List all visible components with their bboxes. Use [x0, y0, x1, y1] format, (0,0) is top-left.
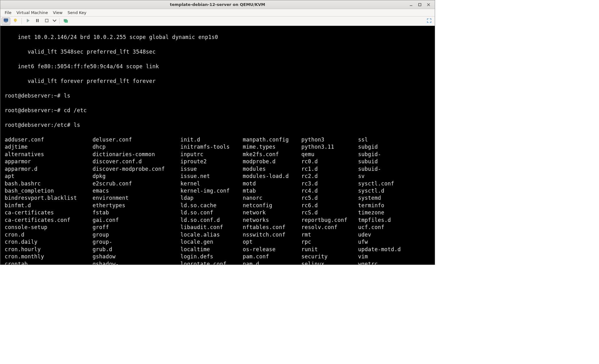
ls-entry: reportbug.conf: [301, 217, 358, 224]
ls-entry: pam.conf: [243, 253, 301, 260]
snapshots-button[interactable]: [61, 17, 70, 25]
ls-entry: discover-modprobe.conf: [93, 165, 180, 173]
ls-entry: terminfo: [358, 202, 414, 209]
terminal-line: root@debserver:/etc# ls: [5, 122, 435, 129]
ls-entry: alternatives: [5, 151, 93, 158]
maximize-button[interactable]: [417, 2, 422, 7]
ls-entry: group-: [93, 238, 180, 246]
console-button[interactable]: [2, 17, 10, 25]
ls-entry: rc2.d: [301, 173, 358, 180]
ls-entry: init.d: [180, 136, 243, 143]
ls-entry: cron.d: [5, 231, 93, 238]
ls-entry: sysctl.d: [358, 187, 414, 194]
shutdown-button[interactable]: [42, 17, 51, 25]
svg-rect-5: [15, 21, 16, 22]
window-controls: [409, 0, 434, 9]
menu-file[interactable]: File: [2, 10, 14, 16]
terminal-line: inet 10.0.2.146/24 brd 10.0.2.255 scope …: [5, 34, 435, 41]
ls-entry: apt: [5, 173, 93, 180]
run-button[interactable]: [24, 17, 32, 25]
ls-entry: security: [301, 253, 358, 260]
virt-viewer-window: template-debian-12-server on QEMU/KVM Fi…: [0, 0, 435, 265]
ls-entry: cron.daily: [5, 238, 93, 246]
guest-terminal[interactable]: inet 10.0.2.146/24 brd 10.0.2.255 scope …: [0, 26, 435, 265]
ls-entry: sysctl.conf: [358, 180, 414, 187]
ls-entry: python3.11: [301, 143, 358, 151]
ls-entry: environment: [93, 194, 180, 202]
ls-entry: vim: [358, 253, 414, 260]
ls-entry: os-release: [243, 246, 301, 253]
ls-entry: ldap: [180, 194, 243, 202]
ls-entry: ufw: [358, 238, 414, 246]
ls-entry: grub.d: [93, 246, 180, 253]
ls-entry: ucf.conf: [358, 224, 414, 231]
pause-icon: [35, 18, 40, 24]
ls-entry: rc0.d: [301, 158, 358, 165]
ls-entry: kernel: [180, 180, 243, 187]
minimize-button[interactable]: [409, 2, 414, 7]
ls-entry: rc1.d: [301, 165, 358, 173]
ls-entry: inputrc: [180, 151, 243, 158]
ls-entry: libaudit.conf: [180, 224, 243, 231]
ls-entry: iproute2: [180, 158, 243, 165]
ls-entry: rc6.d: [301, 202, 358, 209]
ls-entry: apparmor: [5, 158, 93, 165]
ls-entry: crontab: [5, 261, 93, 265]
ls-entry: motd: [243, 180, 301, 187]
terminal-line: inet6 fe80::5054:ff:fe50:9c4a/64 scope l…: [5, 63, 435, 70]
svg-rect-6: [36, 19, 37, 22]
ls-entry: emacs: [93, 187, 180, 194]
ls-entry: issue: [180, 165, 243, 173]
svg-rect-7: [38, 19, 39, 22]
ls-entry: dhcp: [93, 143, 180, 151]
fullscreen-button[interactable]: [425, 17, 434, 25]
ls-entry: selinux: [301, 261, 358, 265]
ls-entry: rc5.d: [301, 194, 358, 202]
ls-entry: nftables.conf: [243, 224, 301, 231]
ls-entry: udev: [358, 231, 414, 238]
ls-entry: ssl: [358, 136, 414, 143]
pause-button[interactable]: [33, 17, 42, 25]
ls-entry: modules: [243, 165, 301, 173]
ls-entry: fstab: [93, 209, 180, 216]
ls-entry: ca-certificates.conf: [5, 217, 93, 224]
terminal-line: root@debserver:~# ls: [5, 92, 435, 99]
close-button[interactable]: [426, 2, 431, 7]
stop-icon: [44, 18, 49, 24]
ls-entry: logrotate.conf: [180, 261, 243, 265]
menu-virtual-machine[interactable]: Virtual Machine: [14, 10, 50, 16]
ls-entry: apparmor.d: [5, 165, 93, 173]
ls-entry: mime.types: [243, 143, 301, 151]
ls-entry: systemd: [358, 194, 414, 202]
ls-entry: discover.conf.d: [93, 158, 180, 165]
fullscreen-icon: [427, 18, 432, 24]
toolbar: [0, 17, 435, 26]
ls-entry: group: [93, 231, 180, 238]
ls-entry: login.defs: [180, 253, 243, 260]
play-icon: [26, 18, 31, 24]
menubar: File Virtual Machine View Send Key: [0, 9, 435, 17]
ls-entry: bindresvport.blacklist: [5, 194, 93, 202]
ls-entry: nanorc: [243, 194, 301, 202]
menu-view[interactable]: View: [50, 10, 65, 16]
separator: [59, 18, 60, 24]
ls-entry: opt: [243, 238, 301, 246]
svg-rect-0: [419, 3, 421, 6]
window-title: template-debian-12-server on QEMU/KVM: [0, 2, 435, 7]
svg-rect-2: [5, 22, 7, 22]
svg-point-4: [14, 19, 17, 21]
ls-entry: dpkg: [93, 173, 180, 180]
shutdown-menu-button[interactable]: [52, 17, 57, 25]
ls-column: adduser.confadjtimealternativesapparmora…: [5, 136, 93, 265]
ls-entry: subgid: [358, 143, 414, 151]
ls-entry: gshadow-: [93, 261, 180, 265]
snapshot-icon: [63, 18, 68, 24]
ls-entry: console-setup: [5, 224, 93, 231]
ls-entry: tmpfiles.d: [358, 217, 414, 224]
menu-send-key[interactable]: Send Key: [65, 10, 89, 16]
ls-entry: rc3.d: [301, 180, 358, 187]
info-button[interactable]: [11, 17, 20, 25]
ls-entry: mke2fs.conf: [243, 151, 301, 158]
ls-entry: modules-load.d: [243, 173, 301, 180]
ls-entry: qemu: [301, 151, 358, 158]
